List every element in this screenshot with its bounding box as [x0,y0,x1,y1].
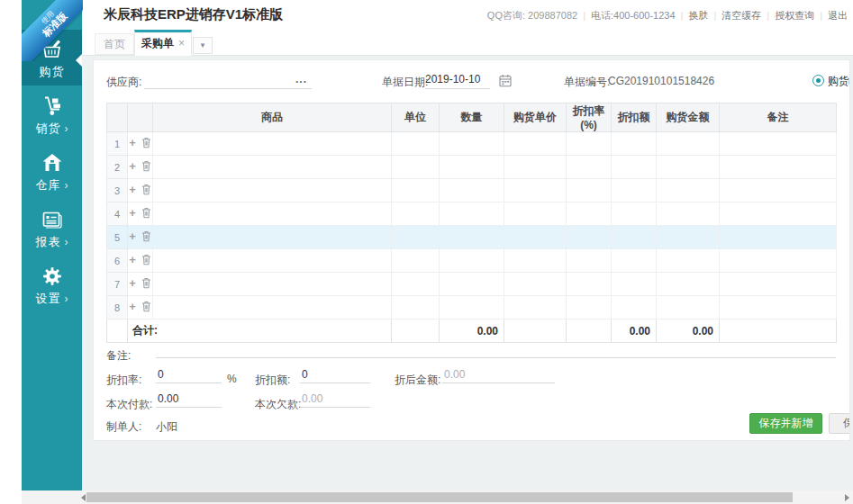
change-skin-link[interactable]: 换肤 [688,10,708,21]
supplier-picker-button[interactable]: ... [295,73,307,86]
unit-price-cell[interactable] [504,226,567,249]
discount-amount-cell[interactable] [612,273,657,296]
unit-price-cell[interactable] [504,179,567,202]
amount-cell[interactable] [657,202,720,226]
discount-rate-input[interactable]: 0 [156,368,222,383]
amount-cell[interactable] [657,132,720,156]
product-cell[interactable] [153,249,392,273]
unit-price-cell[interactable] [504,202,567,226]
date-input[interactable]: 2019-10-10 [425,73,490,89]
close-icon[interactable]: × [178,37,185,50]
remark-cell[interactable] [720,156,837,179]
scrollbar-thumb[interactable] [86,492,793,502]
amount-cell[interactable] [657,249,720,273]
discount-rate-cell[interactable] [567,132,612,156]
unit-cell[interactable] [392,296,440,320]
product-cell[interactable] [153,156,392,179]
delete-row-icon[interactable] [141,256,151,268]
unit-cell[interactable] [392,249,440,273]
discount-rate-cell[interactable] [567,296,612,320]
remark-cell[interactable] [720,132,837,156]
calendar-icon[interactable] [499,74,512,90]
product-cell[interactable] [153,273,392,296]
discount-amount-cell[interactable] [612,202,657,226]
unit-price-cell[interactable] [504,132,567,156]
discount-rate-cell[interactable] [567,179,612,202]
unit-cell[interactable] [392,132,440,156]
unit-cell[interactable] [392,179,440,202]
logout-link[interactable]: 退出 [828,10,848,21]
clear-cache-link[interactable]: 清空缓存 [721,10,761,21]
unit-cell[interactable] [392,226,440,249]
scroll-left-icon[interactable] [81,494,86,501]
amount-cell[interactable] [657,156,720,179]
add-row-icon[interactable]: + [129,230,136,243]
discount-rate-cell[interactable] [567,273,612,296]
product-cell[interactable] [153,179,392,202]
discount-rate-cell[interactable] [567,202,612,226]
delete-row-icon[interactable] [141,185,151,198]
sidebar-item-warehouse[interactable]: 仓库› [22,143,82,199]
unit-price-cell[interactable] [504,156,567,179]
remark-cell[interactable] [720,249,837,273]
qty-cell[interactable] [440,179,504,202]
sidebar-item-settings[interactable]: 设置› [22,256,82,312]
payment-input[interactable]: 0.00 [156,392,222,408]
amount-cell[interactable] [657,296,720,320]
save-button[interactable]: 保存 [829,413,850,434]
amount-cell[interactable] [657,273,720,296]
remark-input[interactable] [156,343,836,358]
delete-row-icon[interactable] [141,232,151,245]
scroll-right-icon[interactable] [845,494,849,501]
amount-cell[interactable] [657,179,720,202]
discount-amount-cell[interactable] [612,179,657,202]
delete-row-icon[interactable] [141,162,151,175]
remark-cell[interactable] [720,296,837,320]
qty-cell[interactable] [440,273,504,296]
sidebar-item-reports[interactable]: 报表› [22,200,82,256]
product-cell[interactable] [153,132,392,156]
add-row-icon[interactable]: + [129,136,136,149]
qty-cell[interactable] [440,249,504,273]
delete-row-icon[interactable] [141,209,151,221]
remark-cell[interactable] [720,226,837,249]
remark-cell[interactable] [720,202,837,226]
unit-price-cell[interactable] [504,296,567,320]
unit-cell[interactable] [392,273,440,296]
unit-cell[interactable] [392,202,440,226]
qty-cell[interactable] [440,296,504,320]
purchase-radio[interactable] [812,75,824,86]
remark-cell[interactable] [720,273,837,296]
delete-row-icon[interactable] [141,139,151,151]
delete-row-icon[interactable] [141,302,151,315]
supplier-input[interactable] [144,71,312,89]
discount-rate-cell[interactable] [567,249,612,273]
qty-cell[interactable] [440,202,504,226]
discount-amount-cell[interactable] [612,296,657,320]
unit-cell[interactable] [392,156,440,179]
add-row-icon[interactable]: + [129,276,136,290]
product-cell[interactable] [153,296,392,320]
unit-price-cell[interactable] [504,273,567,296]
remark-cell[interactable] [720,179,837,202]
amount-cell[interactable] [657,226,720,249]
add-row-icon[interactable]: + [129,159,136,173]
discount-rate-cell[interactable] [567,226,612,249]
add-row-icon[interactable]: + [129,300,136,313]
unit-price-cell[interactable] [504,249,567,273]
qty-cell[interactable] [440,156,504,179]
product-cell[interactable] [153,202,392,226]
delete-row-icon[interactable] [141,279,151,292]
discount-rate-cell[interactable] [567,156,612,179]
add-row-icon[interactable]: + [129,253,136,266]
add-row-icon[interactable]: + [129,206,136,220]
qty-cell[interactable] [440,132,504,156]
discount-amount-cell[interactable] [612,132,657,156]
discount-amount-cell[interactable] [612,249,657,273]
discount-amount-input[interactable]: 0 [300,368,370,383]
license-query-link[interactable]: 授权查询 [775,10,814,21]
sidebar-item-sales[interactable]: 销货› [22,86,82,142]
tab-home[interactable]: 首页 [95,33,134,55]
product-cell[interactable] [153,226,392,249]
save-and-new-button[interactable]: 保存并新增 [749,413,822,434]
